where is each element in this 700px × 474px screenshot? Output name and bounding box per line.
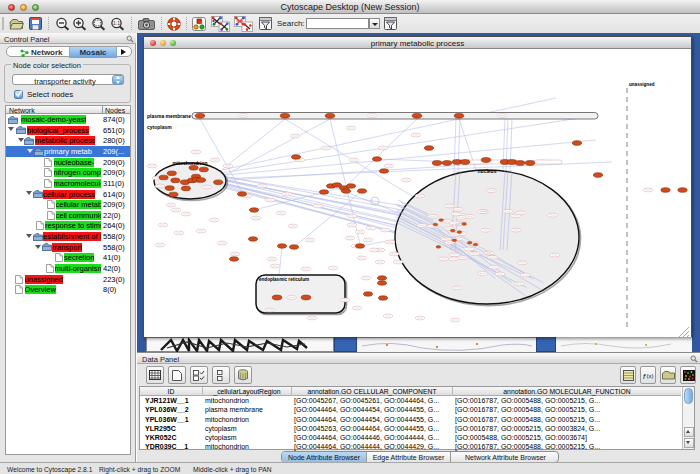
svg-text:endoplasmic reticulum: endoplasmic reticulum — [259, 277, 309, 282]
svg-text:nucleus: nucleus — [478, 168, 497, 174]
svg-text:1:1: 1:1 — [113, 20, 120, 26]
svg-text:mitochondrion: mitochondrion — [173, 160, 208, 166]
svg-text:plasma membrane: plasma membrane — [147, 113, 191, 119]
svg-text:(x): (x) — [647, 373, 654, 379]
svg-text:unassigned: unassigned — [629, 82, 655, 87]
svg-text:cytoplasm: cytoplasm — [147, 124, 172, 130]
